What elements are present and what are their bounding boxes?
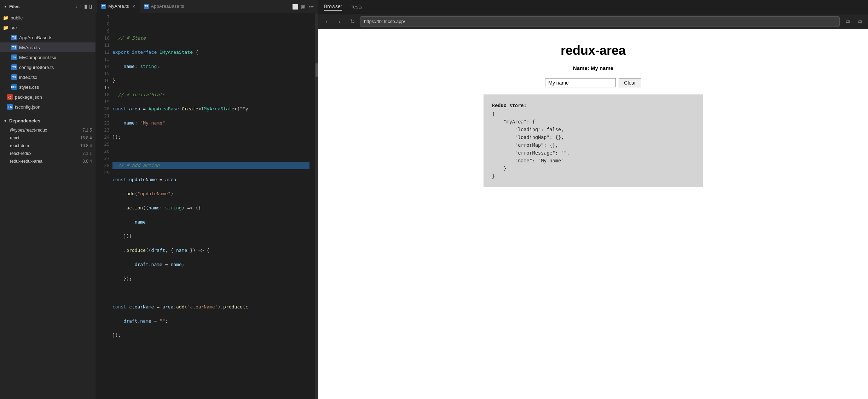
file-appAreaBase[interactable]: TS AppAreaBase.ts [0,33,96,42]
file-tsconfig-json-label: tsconfig.json [15,104,40,110]
tab-appAreaBase-label: AppAreaBase.ts [151,4,184,9]
more-actions-icon[interactable]: ••• [308,4,314,10]
ts-icon: TS [101,4,106,9]
url-bar[interactable] [360,16,840,27]
ts-icon: TS [11,45,17,50]
files-header: ▼ Files ↓ ↑ ▮ ▯ [0,0,96,13]
file-myArea[interactable]: TS MyArea.ts [0,42,96,52]
file-myComponent[interactable]: TS MyComponent.tsx [0,52,96,62]
browser-viewport: redux-area Name: My name Clear Redux sto… [318,29,868,399]
file-tsconfig-json[interactable]: TS tsconfig.json [0,102,96,112]
file-myComponent-label: MyComponent.tsx [19,55,56,60]
browser-panel: Browser Tests ‹ › ↻ ⧉ ⧉ redux-area Name:… [318,0,868,399]
dep-version: 0.0.4 [82,159,92,164]
tab-tests[interactable]: Tests [351,4,362,10]
dep-redux-redux-area: redux-redux-area 0.0.4 [0,157,96,165]
css-icon: CSS [11,84,17,90]
back-button[interactable]: ‹ [322,17,332,27]
editor-tabs: TS MyArea.ts ✕ TS AppAreaBase.ts ⬜ ▣ ••• [96,0,318,13]
editor-content: 7 8 9 10 11 12 13 14 15 16 17 18 19 20 2… [96,13,318,399]
dep-version: 7.1.1 [82,151,92,156]
dep-react-dom: react-dom 16.8.4 [0,142,96,150]
dep-version: 7.1.5 [82,128,92,133]
folder-src-label: src [11,25,17,30]
dependencies-header[interactable]: ▼ Dependencies [0,115,96,126]
dep-name: react-dom [10,143,29,148]
sort-down-icon[interactable]: ↓ [75,4,77,9]
file-index[interactable]: TS index.tsx [0,72,96,82]
file-styles-label: styles.css [19,85,39,90]
editor-area: TS MyArea.ts ✕ TS AppAreaBase.ts ⬜ ▣ •••… [96,0,318,399]
app-title: redux-area [561,43,626,58]
copy-icon[interactable]: ▯ [89,4,92,9]
chevron-down-icon: ▼ [4,119,7,123]
tab-myArea[interactable]: TS MyArea.ts ✕ [97,0,140,13]
app-name-label: Name: My name [573,65,613,71]
dep-name: react-redux [10,151,31,156]
json-icon: { } [7,94,13,100]
sort-up-icon[interactable]: ↑ [80,4,82,9]
ts-icon: TS [7,104,13,110]
deps-title: Dependencies [9,118,40,123]
file-sidebar: ▼ Files ↓ ↑ ▮ ▯ 📁 public 📁 src TS AppAre… [0,0,96,399]
tsx-icon: TS [11,54,17,60]
redux-store-box: Redux store: { "myArea": { "loading": fa… [484,94,703,187]
name-input[interactable] [545,78,616,87]
file-configureStore-label: configureStore.ts [19,65,54,70]
folder-public-label: public [11,15,23,21]
clear-button[interactable]: Clear [619,78,641,87]
code-area[interactable]: // # State export interface IMyAreaState… [112,13,315,399]
file-configureStore[interactable]: TS configureStore.ts [0,62,96,72]
dep-react: react 16.8.4 [0,134,96,142]
refresh-button[interactable]: ↻ [347,17,357,27]
folder-public[interactable]: 📁 public [0,13,96,23]
dep-version: 16.8.4 [80,135,92,140]
open-new-window-icon[interactable]: ⧉ [843,17,852,27]
file-styles[interactable]: CSS styles.css [0,82,96,92]
dep-name: react [10,135,19,140]
folder-icon: 📁 [3,15,8,21]
scrollbar-thumb[interactable] [316,63,318,77]
dep-name: @types/react-redux [10,128,47,133]
dep-name: redux-redux-area [10,159,42,164]
file-appAreaBase-label: AppAreaBase.ts [19,35,52,40]
new-folder-icon[interactable]: ▮ [84,4,87,9]
ts-icon: TS [11,35,17,40]
chevron-down-icon: ▼ [4,5,7,8]
forward-button[interactable]: › [335,17,345,27]
folder-icon: 📁 [3,25,8,30]
ts-icon: TS [144,4,149,9]
preview-icon[interactable]: ▣ [301,4,306,10]
store-title: Redux store: [492,102,694,109]
close-icon[interactable]: ✕ [132,4,135,9]
dep-types-react-redux: @types/react-redux 7.1.5 [0,126,96,134]
tsx-icon: TS [11,74,17,80]
tab-myArea-label: MyArea.ts [108,4,129,9]
line-numbers: 7 8 9 10 11 12 13 14 15 16 17 18 19 20 2… [96,13,112,399]
external-link-icon[interactable]: ⧉ [855,17,864,27]
file-index-label: index.tsx [19,75,37,80]
split-editor-icon[interactable]: ⬜ [292,4,298,10]
browser-toolbar: ‹ › ↻ ⧉ ⧉ [318,14,868,29]
scrollbar[interactable] [315,13,318,399]
files-title: Files [9,4,20,9]
file-package-json[interactable]: { } package.json [0,92,96,102]
file-package-json-label: package.json [15,94,42,100]
app-input-row: Clear [545,78,641,87]
file-myArea-label: MyArea.ts [19,45,40,50]
tab-appAreaBase[interactable]: TS AppAreaBase.ts [140,0,189,13]
tab-browser[interactable]: Browser [324,4,342,11]
store-content: { "myArea": { "loading": false, "loading… [492,110,694,180]
ts-icon: TS [11,64,17,70]
dep-react-redux: react-redux 7.1.1 [0,150,96,157]
browser-tabs: Browser Tests [318,0,868,14]
dep-version: 16.8.4 [80,143,92,148]
folder-src[interactable]: 📁 src [0,23,96,33]
